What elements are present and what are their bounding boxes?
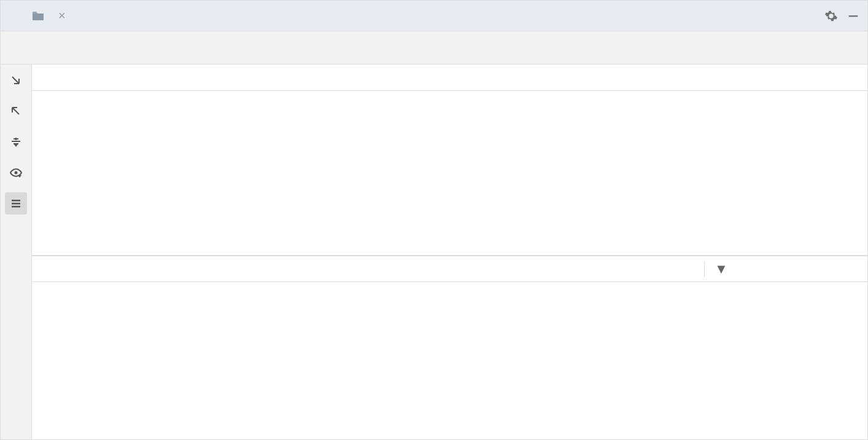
tree-header	[32, 65, 867, 91]
sort-desc-icon: ▼	[715, 261, 728, 277]
close-tab-icon[interactable]: ×	[58, 9, 66, 23]
profiler-main: ▼	[1, 65, 867, 439]
list-view-icon[interactable]	[5, 192, 27, 214]
svg-point-2	[15, 171, 18, 175]
minimize-icon[interactable]	[847, 9, 860, 23]
method-detail-list	[32, 282, 867, 439]
profiler-sidebar	[1, 65, 32, 439]
method-detail-header: ▼	[32, 256, 867, 282]
expand-down-icon[interactable]	[5, 69, 27, 92]
profiler-header: ×	[1, 1, 867, 31]
svg-marker-1	[14, 144, 18, 147]
detail-header-cpu[interactable]: ▼	[704, 261, 787, 277]
filter-icon[interactable]	[5, 131, 27, 153]
svg-rect-4	[12, 200, 20, 202]
profiler-tabs	[1, 31, 867, 65]
call-tree	[32, 91, 867, 256]
settings-icon[interactable]	[824, 9, 838, 23]
svg-rect-5	[12, 203, 20, 205]
visibility-icon[interactable]	[5, 162, 27, 184]
call-tree-content: ▼	[32, 65, 867, 439]
folder-icon	[31, 10, 45, 22]
collapse-up-icon[interactable]	[5, 100, 27, 122]
svg-rect-0	[849, 15, 858, 17]
svg-rect-6	[12, 206, 20, 208]
